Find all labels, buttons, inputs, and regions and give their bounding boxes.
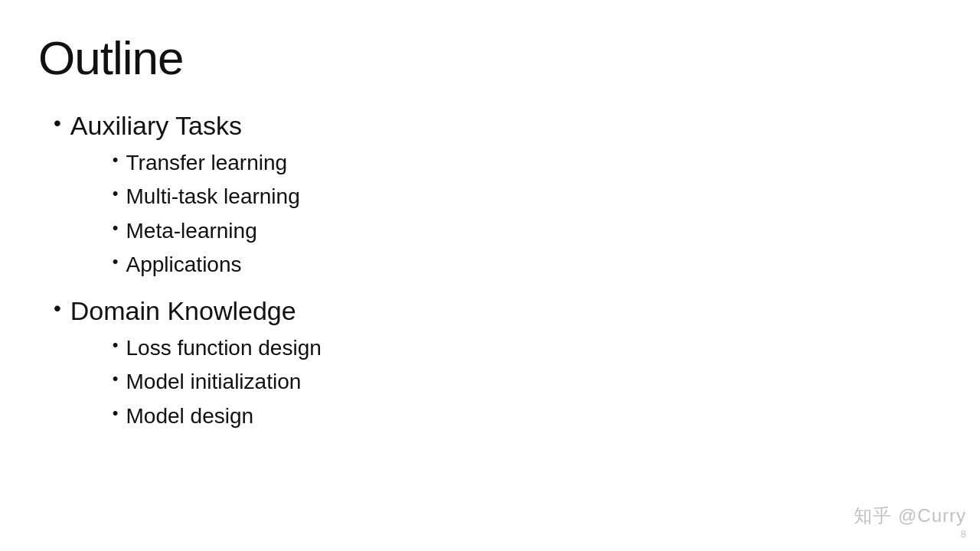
list-item-domain-knowledge: • Domain Knowledge • Loss function desig…	[54, 293, 942, 436]
level2-text-loss: Loss function design	[126, 333, 322, 364]
bullet-l2-transfer: •	[113, 148, 119, 172]
slide-title: Outline	[38, 31, 942, 85]
list-item-model-design: • Model design	[113, 401, 322, 432]
outline-content: • Auxiliary Tasks • Transfer learning • …	[54, 108, 942, 436]
level1-text-domain: Domain Knowledge	[70, 296, 296, 325]
bullet-l2-multi: •	[113, 181, 119, 206]
bullet-l1-auxiliary: •	[54, 108, 61, 138]
list-item-auxiliary-tasks: • Auxiliary Tasks • Transfer learning • …	[54, 108, 942, 285]
bullet-l2-model-init: •	[113, 367, 119, 391]
bullet-l2-loss: •	[113, 333, 119, 357]
watermark-label: 知乎 @Curry	[854, 504, 966, 528]
level2-text-meta: Meta-learning	[126, 216, 257, 247]
list-item-loss-function: • Loss function design	[113, 333, 322, 364]
level2-text-model-design: Model design	[126, 401, 254, 432]
page-number: 8	[961, 528, 966, 540]
list-item-applications: • Applications	[113, 249, 300, 281]
level2-list-auxiliary: • Transfer learning • Multi-task learnin…	[113, 148, 300, 281]
bullet-l2-applications: •	[113, 249, 119, 274]
list-item-model-init: • Model initialization	[113, 367, 322, 398]
level2-text-transfer: Transfer learning	[126, 148, 288, 179]
list-item-meta-learning: • Meta-learning	[113, 216, 300, 247]
level2-list-domain: • Loss function design • Model initializ…	[113, 333, 322, 432]
level1-text-auxiliary: Auxiliary Tasks	[70, 111, 242, 140]
level2-text-applications: Applications	[126, 249, 242, 281]
level2-text-multi: Multi-task learning	[126, 181, 300, 213]
slide-container: Outline • Auxiliary Tasks • Transfer lea…	[0, 0, 980, 551]
bullet-l2-meta: •	[113, 216, 119, 240]
bottom-right-area: 知乎 @Curry 8	[854, 504, 966, 540]
level2-text-model-init: Model initialization	[126, 367, 302, 398]
bullet-l1-domain: •	[54, 293, 61, 323]
bullet-l2-model-design: •	[113, 401, 119, 425]
list-item-transfer-learning: • Transfer learning	[113, 148, 300, 179]
list-item-multi-task: • Multi-task learning	[113, 181, 300, 213]
